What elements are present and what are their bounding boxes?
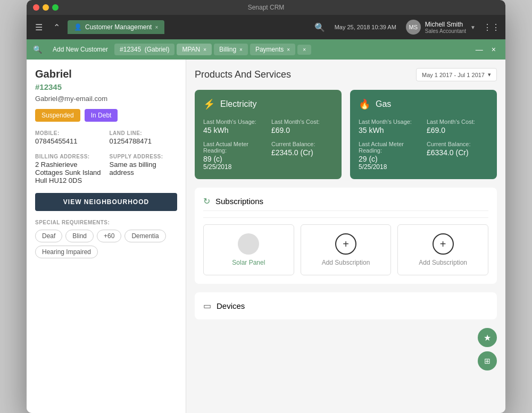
subscriptions-icon: ↻	[203, 196, 210, 206]
gas-balance-label: Current Balance:	[427, 141, 488, 147]
right-panel: Products And Services May 1 2017 - Jul 1…	[186, 60, 505, 413]
tab-payments[interactable]: Payments ×	[250, 44, 295, 55]
customer-email: Gabriel@my-email.com	[35, 95, 177, 103]
tab-mpan[interactable]: MPAN ×	[177, 44, 212, 55]
customer-id: #12345	[35, 82, 177, 91]
gas-cost-value: £69.0	[427, 126, 488, 134]
tab-label-12345: #12345 (Gabriel)	[120, 46, 169, 53]
electricity-stats: Last Month's Usage: 45 kWh Last Month's …	[203, 119, 333, 171]
user-role: Sales Accountant	[425, 28, 466, 34]
close-window-button[interactable]: ×	[488, 43, 499, 56]
tab-billing[interactable]: Billing ×	[214, 44, 248, 55]
tag-hearing-impaired: Hearing Impaired	[35, 246, 98, 258]
add-subscription-1[interactable]: + Add Subscription	[301, 224, 392, 275]
products-title: Products And Services	[195, 69, 291, 80]
elec-meter: Last Actual Meter Reading: 89 (c) 5/25/2…	[203, 141, 265, 171]
gas-meter-date: 5/25/2018	[359, 163, 420, 171]
favorite-button[interactable]: ★	[478, 328, 497, 347]
logo-button[interactable]: ⌃	[50, 20, 63, 35]
gas-balance: Current Balance: £6334.0 (Cr)	[427, 141, 488, 171]
tab-billing-close[interactable]: ×	[239, 47, 243, 53]
supply-address-section: SUPPLY ADDRESS: Same as billing address	[110, 154, 178, 184]
supply-label: SUPPLY ADDRESS:	[110, 154, 178, 159]
close-button[interactable]	[33, 4, 39, 11]
minimize-window-button[interactable]: —	[472, 43, 486, 56]
contact-info: MOBILE: 07845455411 LAND LINE: 012547884…	[35, 130, 177, 145]
add-new-customer-button[interactable]: Add New Customer	[48, 44, 112, 55]
user-dropdown-icon[interactable]: ▼	[470, 24, 476, 30]
supply-value: Same as billing address	[110, 161, 178, 176]
tag-blind: Blind	[65, 230, 94, 242]
gas-cost-label: Last Month's Cost:	[427, 119, 488, 125]
maximize-button[interactable]	[52, 4, 59, 11]
app-tab-customer-management[interactable]: 👤 Customer Management ×	[68, 20, 164, 34]
billing-value: 2 Rashierieve Cottages Sunk Island Hull …	[35, 161, 103, 184]
add-subscription-1-icon: +	[335, 233, 356, 255]
sub-nav-search-icon[interactable]: 🔍	[33, 45, 42, 54]
date-filter[interactable]: May 1 2017 - Jul 1 2017 ▾	[416, 68, 497, 81]
gas-icon: 🔥	[359, 98, 370, 110]
elec-balance: Current Balance: £2345.0 (Cr)	[271, 141, 333, 171]
subscriptions-header: ↻ Subscriptions	[203, 196, 488, 211]
minimize-button[interactable]	[43, 4, 49, 11]
products-section-header: Products And Services May 1 2017 - Jul 1…	[195, 68, 497, 81]
tag-deaf: Deaf	[35, 230, 62, 242]
in-debt-badge: In Debt	[85, 109, 118, 122]
energy-cards: ⚡ Electricity Last Month's Usage: 45 kWh…	[195, 90, 497, 179]
billing-label: BILLING ADDRESS:	[35, 154, 103, 159]
apps-button[interactable]: ⊞	[478, 351, 497, 370]
subscriptions-grid: Solar Panel + Add Subscription + Add Sub…	[203, 224, 488, 275]
menu-button[interactable]: ☰	[32, 20, 46, 35]
app-tab-close[interactable]: ×	[155, 24, 158, 30]
gas-meter-value: 29 (c)	[359, 155, 420, 163]
app-tab-label: Customer Management	[85, 23, 152, 31]
title-bar: Senapt CRM	[27, 0, 505, 15]
tag-60plus: +60	[97, 230, 121, 242]
date-filter-chevron: ▾	[488, 71, 491, 78]
elec-usage-value: 45 kWh	[203, 126, 265, 134]
floating-buttons: ★ ⊞	[478, 328, 497, 370]
logo-icon: ⌃	[53, 22, 60, 32]
app-bar: ☰ ⌃ 👤 Customer Management × 🔍 May 25, 20…	[27, 15, 505, 39]
gas-stats: Last Month's Usage: 35 kWh Last Month's …	[359, 119, 488, 171]
view-neighbourhood-button[interactable]: VIEW NEIGHBOURHOOD	[35, 193, 177, 211]
devices-card: ▭ Devices	[195, 292, 497, 319]
tab-extra[interactable]: ×	[297, 45, 311, 55]
solar-panel-icon	[238, 233, 259, 255]
user-info: MS Michell Smith Sales Accountant ▼	[406, 20, 476, 35]
search-icon[interactable]: 🔍	[314, 22, 325, 32]
add-subscription-2[interactable]: + Add Subscription	[397, 224, 488, 275]
left-panel: Gabriel #12345 Gabriel@my-email.com Susp…	[27, 60, 186, 413]
tab-payments-close[interactable]: ×	[287, 47, 290, 53]
elec-cost: Last Month's Cost: £69.0	[271, 119, 333, 134]
mobile-label: MOBILE:	[35, 130, 103, 136]
landline-section: LAND LINE: 01254788471	[110, 130, 178, 145]
tab-label-payments: Payments	[255, 46, 284, 53]
window-title: Senapt CRM	[248, 4, 285, 11]
elec-balance-label: Current Balance:	[271, 141, 333, 147]
elec-meter-date: 5/25/2018	[203, 163, 265, 171]
avatar: MS	[406, 20, 421, 35]
tab-mpan-close[interactable]: ×	[203, 47, 206, 53]
gas-meter: Last Actual Meter Reading: 29 (c) 5/25/2…	[359, 141, 420, 171]
sub-nav: 🔍 Add New Customer #12345 (Gabriel) MPAN…	[27, 39, 505, 60]
landline-label: LAND LINE:	[110, 130, 178, 136]
suspended-badge: Suspended	[35, 109, 80, 122]
tab-12345[interactable]: #12345 (Gabriel)	[114, 44, 174, 55]
tab-extra-close[interactable]: ×	[303, 47, 306, 53]
apps-grid-icon[interactable]: ⋮⋮	[483, 22, 500, 32]
gas-meter-label: Last Actual Meter Reading:	[359, 141, 420, 154]
date-filter-value: May 1 2017 - Jul 1 2017	[422, 72, 485, 78]
mobile-value: 07845455411	[35, 137, 103, 145]
gas-usage-label: Last Month's Usage:	[359, 119, 420, 125]
user-name: Michell Smith	[425, 21, 466, 28]
add-subscription-2-icon: +	[433, 233, 454, 255]
gas-title: Gas	[376, 99, 391, 109]
mobile-section: MOBILE: 07845455411	[35, 130, 103, 145]
add-subscription-1-label: Add Subscription	[322, 259, 370, 266]
tab-label-mpan: MPAN	[182, 46, 200, 53]
elec-balance-value: £2345.0 (Cr)	[271, 148, 333, 157]
special-requirements-tags: Deaf Blind +60 Dementia Hearing Impaired	[35, 230, 177, 258]
electricity-icon: ⚡	[203, 98, 215, 110]
solar-panel-subscription[interactable]: Solar Panel	[203, 224, 294, 275]
